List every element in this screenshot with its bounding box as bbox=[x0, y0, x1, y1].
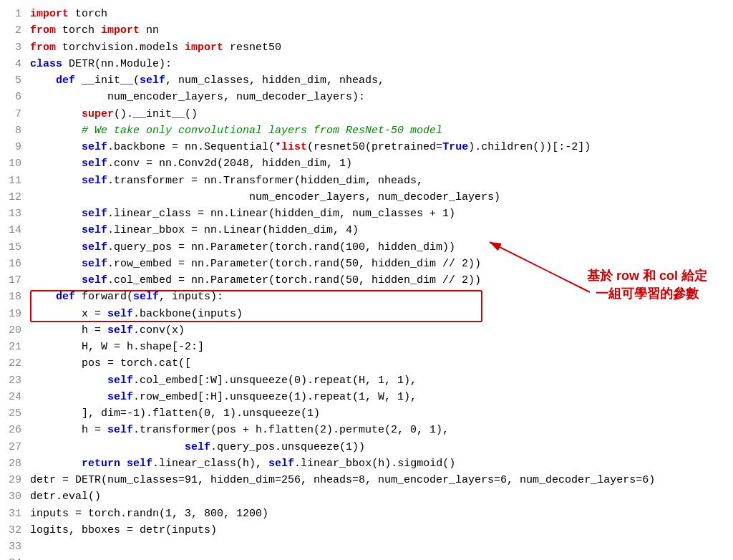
code-line: # We take only convolutional layers from… bbox=[30, 122, 733, 139]
line-number: 5 bbox=[0, 72, 21, 89]
code-line: h = self.transformer(pos + h.flatten(2).… bbox=[30, 422, 733, 438]
code-line: H, W = h.shape[-2:] bbox=[30, 339, 733, 355]
line-number: 12 bbox=[0, 189, 21, 206]
code-line: self.conv = nn.Conv2d(2048, hidden_dim, … bbox=[30, 155, 733, 172]
line-number: 33 bbox=[0, 539, 21, 555]
code-line: self.backbone = nn.Sequential(*list(resn… bbox=[30, 139, 733, 155]
line-number: 13 bbox=[0, 206, 21, 222]
code-line: self.linear_class = nn.Linear(hidden_dim… bbox=[30, 206, 733, 222]
line-number: 8 bbox=[0, 122, 21, 139]
line-number: 14 bbox=[0, 222, 21, 238]
code-line: self.query_pos = nn.Parameter(torch.rand… bbox=[30, 239, 733, 256]
code-line: return self.linear_class(h), self.linear… bbox=[30, 455, 733, 472]
line-number: 30 bbox=[0, 488, 21, 505]
line-number: 10 bbox=[0, 155, 21, 172]
line-number: 28 bbox=[0, 455, 21, 472]
line-number: 1 bbox=[0, 6, 21, 22]
line-number: 11 bbox=[0, 173, 21, 189]
line-number: 6 bbox=[0, 89, 21, 105]
code-line: num_encoder_layers, num_decoder_layers): bbox=[30, 89, 733, 105]
line-number: 23 bbox=[0, 372, 21, 389]
line-number: 21 bbox=[0, 339, 21, 355]
code-line: x = self.backbone(inputs) bbox=[30, 306, 733, 322]
code-line: detr = DETR(num_classes=91, hidden_dim=2… bbox=[30, 472, 733, 488]
line-number: 29 bbox=[0, 472, 21, 488]
code-line: logits, bboxes = detr(inputs) bbox=[30, 522, 733, 539]
code-line: h = self.conv(x) bbox=[30, 322, 733, 339]
code-line: detr.eval() bbox=[30, 488, 733, 505]
code-line: self.linear_bbox = nn.Linear(hidden_dim,… bbox=[30, 222, 733, 238]
line-number: 17 bbox=[0, 272, 21, 289]
line-number: 32 bbox=[0, 522, 21, 539]
line-number: 22 bbox=[0, 355, 21, 372]
line-number: 31 bbox=[0, 506, 21, 522]
line-numbers: 1234567891011121314151617181920212223242… bbox=[0, 6, 30, 560]
code-line: self.row_embed[:H].unsqueeze(1).repeat(1… bbox=[30, 389, 733, 405]
code-line: pos = torch.cat([ bbox=[30, 355, 733, 372]
line-number: 26 bbox=[0, 422, 21, 438]
line-number: 27 bbox=[0, 439, 21, 455]
line-number: 9 bbox=[0, 139, 21, 155]
code-line: self.col_embed[:W].unsqueeze(0).repeat(H… bbox=[30, 372, 733, 389]
line-number: 20 bbox=[0, 322, 21, 339]
line-number: 3 bbox=[0, 39, 21, 56]
code-line: from torchvision.models import resnet50 bbox=[30, 39, 733, 56]
code-line: inputs = torch.randn(1, 3, 800, 1200) bbox=[30, 506, 733, 522]
code-content: import torchfrom torch import nnfrom tor… bbox=[30, 6, 733, 560]
line-number: 7 bbox=[0, 106, 21, 122]
line-number: 18 bbox=[0, 289, 21, 305]
line-number: 15 bbox=[0, 239, 21, 256]
line-number: 24 bbox=[0, 389, 21, 405]
line-number: 16 bbox=[0, 256, 21, 272]
code-line: from torch import nn bbox=[30, 22, 733, 39]
line-number: 34 bbox=[0, 555, 21, 560]
line-number: 19 bbox=[0, 306, 21, 322]
code-line: super().__init__() bbox=[30, 106, 733, 122]
code-line: self.transformer = nn.Transformer(hidden… bbox=[30, 173, 733, 189]
line-number: 4 bbox=[0, 56, 21, 72]
code-line: import torch bbox=[30, 6, 733, 22]
code-line: class DETR(nn.Module): bbox=[30, 56, 733, 72]
line-number: 2 bbox=[0, 22, 21, 39]
code-line: ], dim=-1).flatten(0, 1).unsqueeze(1) bbox=[30, 405, 733, 422]
code-line: num_encoder_layers, num_decoder_layers) bbox=[30, 189, 733, 206]
line-number: 25 bbox=[0, 405, 21, 422]
code-line: self.query_pos.unsqueeze(1)) bbox=[30, 439, 733, 455]
code-line: def __init__(self, num_classes, hidden_d… bbox=[30, 72, 733, 89]
annotation-text: 基於 row 和 col 給定 一組可學習的參數 bbox=[583, 267, 712, 303]
code-container: 1234567891011121314151617181920212223242… bbox=[0, 0, 733, 560]
